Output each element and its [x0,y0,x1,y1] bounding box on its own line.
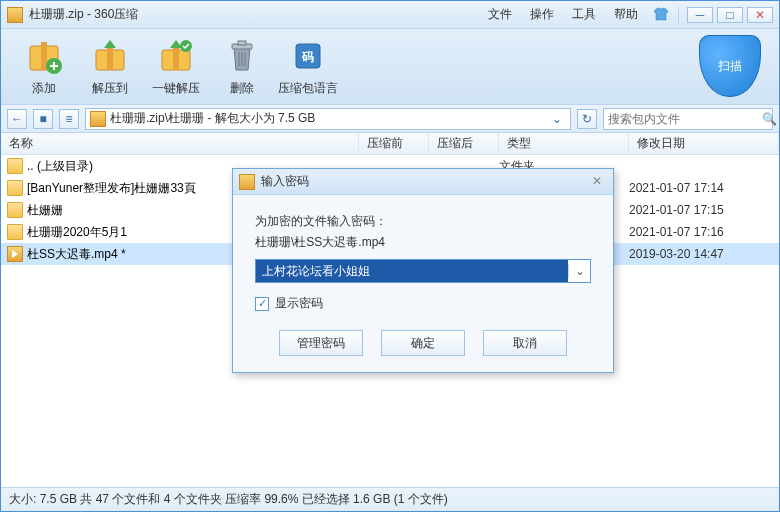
path-dropdown-icon[interactable]: ⌄ [548,112,566,126]
file-date: 2021-01-07 17:15 [629,203,779,217]
skin-icon[interactable] [652,7,670,23]
language-label: 压缩包语言 [278,80,338,97]
path-field[interactable]: 杜珊珊.zip\杜珊珊 - 解包大小为 7.5 GB ⌄ [85,108,571,130]
search-icon[interactable]: 🔍 [762,112,777,126]
svg-rect-4 [107,46,113,70]
col-post[interactable]: 压缩后 [429,133,499,154]
show-password-checkbox[interactable]: ✓ 显示密码 [255,295,591,312]
minimize-button[interactable]: ─ [687,7,713,23]
password-dropdown-icon[interactable]: ⌄ [568,264,590,278]
dialog-title: 输入密码 [261,173,587,190]
encrypted-filename: 杜珊珊\杜SS大迟毒.mp4 [255,234,591,251]
add-label: 添加 [32,80,56,97]
folder-icon [7,224,23,240]
shield-icon: 扫描 [699,35,761,97]
dialog-titlebar[interactable]: 输入密码 ✕ [233,169,613,195]
search-field[interactable]: 🔍 [603,108,773,130]
column-headers: 名称 压缩前 压缩后 类型 修改日期 [1,133,779,155]
add-icon [24,36,64,76]
menu-tool[interactable]: 工具 [572,6,596,23]
delete-button[interactable]: 删除 [209,36,275,97]
show-password-label: 显示密码 [275,295,323,312]
back-button[interactable]: ← [7,109,27,129]
svg-rect-9 [238,41,246,45]
dialog-icon [239,174,255,190]
path-bar: ← ■ ≡ 杜珊珊.zip\杜珊珊 - 解包大小为 7.5 GB ⌄ ↻ 🔍 [1,105,779,133]
add-button[interactable]: 添加 [11,36,77,97]
status-text: 大小: 7.5 GB 共 47 个文件和 4 个文件夹 压缩率 99.6% 已经… [9,491,448,508]
main-menu: 文件 操作 工具 帮助 [488,6,638,23]
ok-button[interactable]: 确定 [381,330,465,356]
password-field[interactable]: ⌄ [255,259,591,283]
view-mode-button[interactable]: ≡ [59,109,79,129]
menu-operate[interactable]: 操作 [530,6,554,23]
folder-icon [7,180,23,196]
archive-small-icon [90,111,106,127]
path-text: 杜珊珊.zip\杜珊珊 - 解包大小为 7.5 GB [110,110,544,127]
col-pre[interactable]: 压缩前 [359,133,429,154]
folder-icon [7,202,23,218]
file-date: 2021-01-07 17:16 [629,225,779,239]
video-icon [7,246,23,262]
col-name[interactable]: 名称 [1,133,359,154]
window-buttons: ─ □ ✕ [652,7,773,23]
menu-help[interactable]: 帮助 [614,6,638,23]
checkbox-icon: ✓ [255,297,269,311]
manage-password-button[interactable]: 管理密码 [279,330,363,356]
extract-to-icon [90,36,130,76]
language-button[interactable]: 码 压缩包语言 [275,36,341,97]
svg-rect-6 [173,46,179,70]
dialog-close-button[interactable]: ✕ [587,174,607,190]
col-type[interactable]: 类型 [499,133,629,154]
language-icon: 码 [288,36,328,76]
one-click-icon [156,36,196,76]
maximize-button[interactable]: □ [717,7,743,23]
window-title: 杜珊珊.zip - 360压缩 [29,6,138,23]
one-click-label: 一键解压 [152,80,200,97]
status-bar: 大小: 7.5 GB 共 47 个文件和 4 个文件夹 压缩率 99.6% 已经… [1,487,779,511]
extract-to-button[interactable]: 解压到 [77,36,143,97]
delete-icon [222,36,262,76]
file-date: 2021-01-07 17:14 [629,181,779,195]
search-input[interactable] [608,112,758,126]
delete-label: 删除 [230,80,254,97]
close-button[interactable]: ✕ [747,7,773,23]
menu-file[interactable]: 文件 [488,6,512,23]
extract-to-label: 解压到 [92,80,128,97]
one-click-extract-button[interactable]: 一键解压 [143,36,209,97]
col-date[interactable]: 修改日期 [629,133,779,154]
password-prompt: 为加密的文件输入密码： [255,213,591,230]
refresh-button[interactable]: ↻ [577,109,597,129]
forward-button[interactable]: ■ [33,109,53,129]
password-input[interactable] [256,260,568,282]
scan-button[interactable]: 扫描 [699,35,761,97]
password-dialog: 输入密码 ✕ 为加密的文件输入密码： 杜珊珊\杜SS大迟毒.mp4 ⌄ ✓ 显示… [232,168,614,373]
archive-icon [7,7,23,23]
svg-text:码: 码 [301,50,314,64]
titlebar[interactable]: 杜珊珊.zip - 360压缩 文件 操作 工具 帮助 ─ □ ✕ [1,1,779,29]
toolbar: 添加 解压到 一键解压 删除 码 压缩包语言 扫描 [1,29,779,105]
up-folder-icon [7,158,23,174]
cancel-button[interactable]: 取消 [483,330,567,356]
file-date: 2019-03-20 14:47 [629,247,779,261]
